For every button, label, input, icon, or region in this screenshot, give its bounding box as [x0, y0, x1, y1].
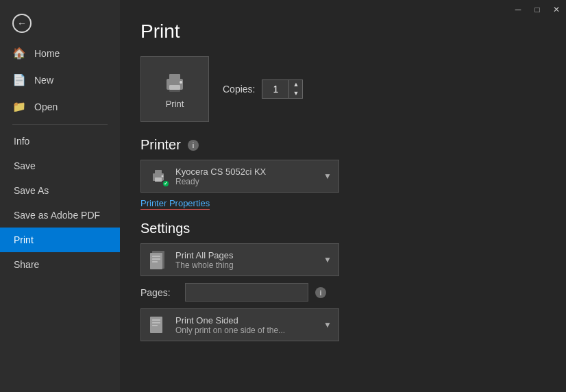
maximize-button[interactable]: □ — [528, 0, 547, 19]
pages-input[interactable] — [185, 283, 308, 302]
sidebar-item-open[interactable]: 📁 Open — [0, 93, 120, 120]
print-button[interactable]: Print — [140, 56, 209, 122]
print-sided-text: Print One Sided Only print on one side o… — [175, 315, 317, 335]
sidebar-item-share[interactable]: Share — [0, 252, 120, 277]
spinner-buttons: ▲ ▼ — [288, 80, 302, 98]
main-content: Print Print Copies: 1 ▲ ▼ P — [120, 0, 566, 392]
print-pages-dropdown-arrow: ▼ — [323, 255, 332, 265]
sidebar-item-save-as-pdf-label: Save as Adobe PDF — [14, 210, 100, 221]
svg-rect-3 — [169, 85, 180, 90]
pages-label: Pages: — [140, 287, 178, 298]
print-button-label: Print — [166, 99, 184, 109]
sidebar-item-print[interactable]: Print — [0, 228, 120, 252]
sidebar-item-info-label: Info — [14, 136, 29, 147]
printer-name: Kyocera CS 5052ci KX — [175, 167, 317, 177]
sidebar-item-save-label: Save — [14, 160, 36, 171]
print-pages-main: Print All Pages — [175, 250, 317, 260]
sidebar-item-save-as-pdf[interactable]: Save as Adobe PDF — [0, 203, 120, 228]
print-pages-icon — [148, 249, 169, 270]
open-icon: 📁 — [12, 100, 26, 113]
home-icon: 🏠 — [12, 47, 26, 60]
sidebar-item-new-label: New — [34, 75, 53, 86]
printer-dropdown-arrow: ▼ — [323, 171, 332, 181]
svg-rect-1 — [169, 74, 180, 80]
copies-row: Copies: 1 ▲ ▼ — [223, 79, 303, 99]
back-icon: ← — [12, 14, 32, 33]
copies-down-button[interactable]: ▼ — [289, 89, 302, 98]
print-sided-main: Print One Sided — [175, 315, 317, 326]
settings-section-header: Settings — [140, 221, 545, 236]
copies-input[interactable]: 1 — [262, 81, 288, 97]
svg-rect-15 — [152, 256, 160, 257]
print-pages-sub: The whole thing — [175, 260, 317, 270]
back-button[interactable]: ← — [0, 7, 120, 40]
sidebar-item-share-label: Share — [14, 259, 39, 270]
sidebar-item-home-label: Home — [34, 48, 60, 59]
svg-rect-6 — [155, 170, 162, 175]
svg-rect-19 — [152, 319, 160, 321]
pages-info-icon[interactable]: i — [315, 287, 326, 298]
settings-section-title: Settings — [140, 221, 190, 236]
sidebar-item-open-label: Open — [34, 101, 58, 112]
sidebar-item-save[interactable]: Save — [0, 154, 120, 178]
svg-rect-16 — [152, 258, 160, 260]
printer-section-title: Printer — [140, 137, 181, 153]
copies-label: Copies: — [223, 84, 255, 95]
printer-dropdown[interactable]: ✓ Kyocera CS 5052ci KX Ready ▼ — [140, 160, 339, 193]
sidebar: ← 🏠 Home 📄 New 📁 Open Info Save Save As … — [0, 0, 120, 392]
copies-up-button[interactable]: ▲ — [289, 80, 302, 89]
printer-icon — [162, 70, 187, 95]
close-button[interactable]: ✕ — [547, 0, 566, 19]
print-pages-text: Print All Pages The whole thing — [175, 250, 317, 270]
printer-properties-link[interactable]: Printer Properties — [140, 198, 210, 210]
print-pages-dropdown[interactable]: Print All Pages The whole thing ▼ — [140, 243, 339, 276]
svg-rect-20 — [152, 322, 160, 323]
svg-rect-17 — [152, 261, 158, 262]
sidebar-item-print-label: Print — [14, 234, 34, 245]
sidebar-item-save-as[interactable]: Save As — [0, 178, 120, 203]
sidebar-item-home[interactable]: 🏠 Home — [0, 40, 120, 66]
svg-rect-7 — [155, 177, 162, 182]
new-icon: 📄 — [12, 73, 26, 86]
svg-rect-21 — [152, 325, 158, 326]
printer-section-header: Printer i — [140, 137, 545, 153]
title-bar: ─ □ ✕ — [497, 0, 566, 19]
print-sided-dropdown-arrow: ▼ — [323, 320, 332, 330]
printer-info-icon[interactable]: i — [188, 140, 199, 151]
print-sided-icon — [148, 315, 169, 335]
printer-info: Kyocera CS 5052ci KX Ready — [175, 167, 317, 186]
copies-spinner: 1 ▲ ▼ — [262, 79, 303, 99]
printer-ready-indicator: ✓ — [162, 180, 170, 188]
pages-row: Pages: i — [140, 283, 545, 302]
minimize-button[interactable]: ─ — [508, 0, 528, 19]
sidebar-divider — [12, 124, 108, 125]
printer-small-icon: ✓ — [148, 166, 169, 186]
svg-point-4 — [180, 81, 182, 84]
page-title: Print — [140, 21, 545, 42]
print-action-row: Print Copies: 1 ▲ ▼ — [140, 56, 545, 122]
sidebar-item-info[interactable]: Info — [0, 129, 120, 154]
svg-point-8 — [162, 175, 164, 177]
sidebar-item-save-as-label: Save As — [14, 185, 49, 196]
print-sided-sub: Only print on one side of the... — [175, 326, 317, 335]
printer-status: Ready — [175, 177, 317, 186]
print-sided-dropdown[interactable]: Print One Sided Only print on one side o… — [140, 308, 339, 341]
sidebar-item-new[interactable]: 📄 New — [0, 66, 120, 93]
